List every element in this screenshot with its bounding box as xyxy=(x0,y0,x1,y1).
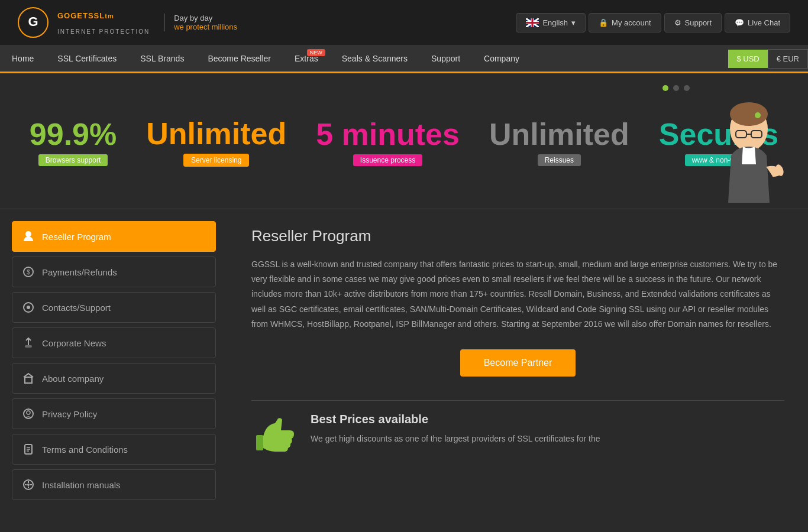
new-badge: NEW xyxy=(307,49,325,56)
news-icon xyxy=(22,336,35,349)
privacy-icon xyxy=(22,407,35,420)
logo-name: GOGETSSLtm xyxy=(57,10,150,28)
svg-text:$: $ xyxy=(27,269,30,275)
account-label: My account xyxy=(612,18,651,27)
stat-browsers-number: 99.9% xyxy=(30,116,117,152)
character-svg xyxy=(713,79,784,209)
hero-banner: 99.9% Browsers support Unlimited Server … xyxy=(0,73,808,209)
sidebar-item-installation[interactable]: Installation manuals xyxy=(12,469,216,500)
svg-rect-24 xyxy=(25,377,32,383)
nav-seals-scanners[interactable]: Seals & Scanners xyxy=(330,46,419,72)
stat-browsers-label: Browsers support xyxy=(38,154,108,166)
best-prices-text: Best Prices available We get high discou… xyxy=(311,413,600,446)
logo-tagline: Day by day we protect millions xyxy=(164,14,237,31)
language-label: English xyxy=(542,18,568,27)
dot-1[interactable] xyxy=(662,85,668,91)
header-right: English ▾ 🔒 My account ⚙ Support 💬 Live … xyxy=(516,13,790,33)
nav-become-reseller[interactable]: Become Reseller xyxy=(196,46,283,72)
sidebar-item-payments[interactable]: $ Payments/Refunds xyxy=(12,257,216,287)
sidebar-item-privacy[interactable]: Privacy Policy xyxy=(12,398,216,429)
stat-issuance-label: Issuence process xyxy=(353,154,422,166)
company-icon xyxy=(22,372,35,385)
sidebar-label-privacy: Privacy Policy xyxy=(42,409,97,419)
livechat-label: Live Chat xyxy=(748,18,780,27)
nav-ssl-brands[interactable]: SSL Brands xyxy=(128,46,196,72)
uk-flag-icon xyxy=(526,18,539,27)
stat-issuance-number: 5 minutes xyxy=(316,116,460,152)
sidebar-label-terms: Terms and Conditions xyxy=(42,445,128,455)
svg-point-32 xyxy=(27,484,30,486)
tagline-line2: we protect millions xyxy=(174,22,237,31)
dot-3[interactable] xyxy=(684,85,690,91)
stat-server: Unlimited Server licensing xyxy=(146,116,286,167)
header: G GOGETSSLtm INTERNET PROTECTION Day by … xyxy=(0,0,808,46)
svg-rect-23 xyxy=(25,345,32,348)
sidebar-item-terms[interactable]: Terms and Conditions xyxy=(12,434,216,465)
nav-support[interactable]: Support xyxy=(419,46,472,72)
stat-browsers: 99.9% Browsers support xyxy=(30,116,117,166)
sidebar-label-installation: Installation manuals xyxy=(42,480,121,490)
logo-subtitle: INTERNET PROTECTION xyxy=(57,28,150,35)
best-prices-body: We get high discounts as one of the larg… xyxy=(311,432,600,446)
logo-text-area: GOGETSSLtm INTERNET PROTECTION xyxy=(57,10,150,35)
language-button[interactable]: English ▾ xyxy=(516,13,586,33)
contacts-icon xyxy=(22,301,35,314)
eur-button[interactable]: € EUR xyxy=(768,49,808,69)
sidebar-label-reseller: Reseller Program xyxy=(42,232,111,242)
reseller-icon xyxy=(22,230,35,243)
sidebar-label-payments: Payments/Refunds xyxy=(42,267,117,277)
hero-stats-container: 99.9% Browsers support Unlimited Server … xyxy=(30,116,778,167)
svg-point-22 xyxy=(27,306,30,309)
sidebar-label-about: About company xyxy=(42,374,104,384)
sidebar-item-contacts[interactable]: Contacts/Support xyxy=(12,292,216,323)
currency-area: $ USD € EUR xyxy=(728,49,808,69)
account-button[interactable]: 🔒 My account xyxy=(589,13,661,33)
lock-icon: 🔒 xyxy=(599,18,608,27)
stat-reissues-label: Reissues xyxy=(538,154,581,166)
terms-icon xyxy=(22,443,35,456)
main-content: Reseller Program $ Payments/Refunds Cont… xyxy=(0,209,808,517)
sidebar-item-about[interactable]: About company xyxy=(12,363,216,394)
logo-area: G GOGETSSLtm INTERNET PROTECTION Day by … xyxy=(18,7,237,38)
installation-icon xyxy=(22,478,35,491)
content-area: Reseller Program GGSSL is a well-known a… xyxy=(228,209,808,517)
sidebar-item-reseller[interactable]: Reseller Program xyxy=(12,221,216,252)
svg-text:G: G xyxy=(28,14,38,29)
nav-home[interactable]: Home xyxy=(0,46,46,72)
nav-company[interactable]: Company xyxy=(472,46,531,72)
svg-point-18 xyxy=(25,231,31,237)
sidebar-label-corporate-news: Corporate News xyxy=(42,338,106,348)
sidebar-item-corporate-news[interactable]: Corporate News xyxy=(12,327,216,358)
payments-icon: $ xyxy=(22,265,35,278)
stat-server-label: Server licensing xyxy=(183,154,249,167)
hero-character xyxy=(713,73,784,209)
best-prices-icon xyxy=(251,413,299,460)
chat-icon: 💬 xyxy=(735,18,744,27)
navigation: Home SSL Certificates SSL Brands Become … xyxy=(0,46,808,73)
content-title: Reseller Program xyxy=(251,227,784,245)
nav-extras[interactable]: Extras NEW xyxy=(283,46,330,72)
svg-point-26 xyxy=(27,411,30,414)
sidebar: Reseller Program $ Payments/Refunds Cont… xyxy=(0,209,228,517)
support-button[interactable]: ⚙ Support xyxy=(664,13,722,33)
nav-ssl-certificates[interactable]: SSL Certificates xyxy=(46,46,128,72)
logo-icon: G xyxy=(18,7,49,38)
dot-2[interactable] xyxy=(673,85,679,91)
best-prices-section: Best Prices available We get high discou… xyxy=(251,400,784,460)
livechat-button[interactable]: 💬 Live Chat xyxy=(725,13,790,33)
support-label: Support xyxy=(685,18,712,27)
tagline-line1: Day by day xyxy=(174,14,237,22)
stat-server-number: Unlimited xyxy=(146,116,286,151)
become-partner-button[interactable]: Become Partner xyxy=(460,349,576,377)
svg-point-17 xyxy=(755,112,761,118)
stat-issuance: 5 minutes Issuence process xyxy=(316,116,460,166)
chevron-down-icon: ▾ xyxy=(571,18,576,27)
stat-reissues: Unlimited Reissues xyxy=(489,116,629,166)
support-icon: ⚙ xyxy=(674,18,681,27)
carousel-dots xyxy=(662,85,690,91)
content-body: GGSSL is a well-known and trusted compan… xyxy=(251,257,784,332)
best-prices-title: Best Prices available xyxy=(311,413,600,426)
usd-button[interactable]: $ USD xyxy=(728,50,767,68)
sidebar-label-contacts: Contacts/Support xyxy=(42,303,111,313)
svg-point-11 xyxy=(730,102,768,126)
